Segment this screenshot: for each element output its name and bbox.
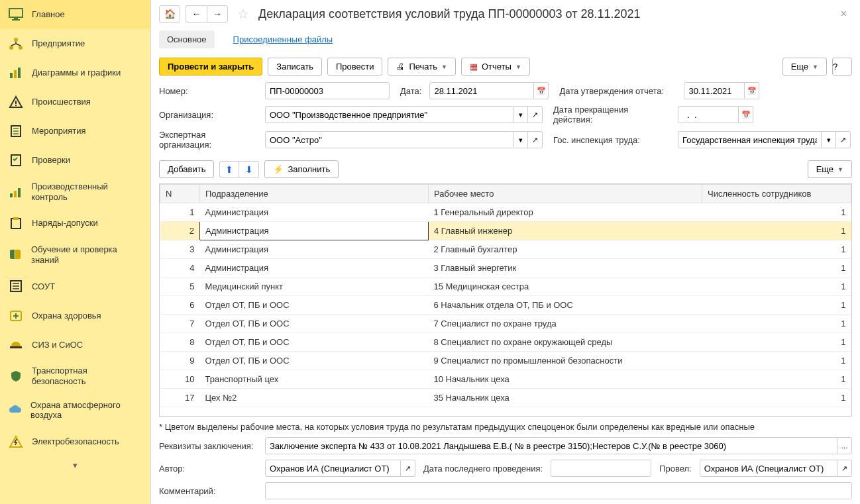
number-input[interactable] <box>265 82 390 99</box>
sidebar-item-training[interactable]: Обучение и проверка знаний <box>0 238 150 272</box>
req-input[interactable] <box>265 437 837 454</box>
sidebar-label: Транспортная безопасность <box>32 366 142 386</box>
calendar-button[interactable]: 📅 <box>534 82 549 99</box>
page-title: Декларация соответствия условий труда ПП… <box>258 7 830 21</box>
open-icon: ↗ <box>532 111 538 119</box>
document-icon <box>8 123 24 139</box>
sidebar-expand[interactable]: ▾ <box>0 456 150 474</box>
comment-input[interactable] <box>265 482 852 499</box>
sidebar-item-checks[interactable]: Проверки <box>0 146 150 175</box>
approve-input[interactable] <box>684 82 745 99</box>
sidebar-item-sout[interactable]: СОУТ <box>0 272 150 301</box>
print-button[interactable]: 🖨Печать▼ <box>388 58 456 76</box>
cell-dept: Отдел ОТ, ПБ и ООС <box>200 333 429 352</box>
svg-rect-16 <box>10 193 13 197</box>
sidebar-item-air[interactable]: Охрана атмосферного воздуха <box>0 393 150 427</box>
table-row[interactable]: 5 Медицинский пункт 15 Медицинская сестр… <box>160 277 851 296</box>
fill-button[interactable]: ⚡Заполнить <box>264 160 339 178</box>
col-place[interactable]: Рабочее место <box>429 185 702 203</box>
medical-icon <box>8 307 24 323</box>
sidebar-item-permits[interactable]: Наряды-допуски <box>0 209 150 238</box>
sidebar-label: Электробезопасность <box>32 436 119 447</box>
data-table: N Подразделение Рабочее место Численност… <box>160 184 851 407</box>
move-up-button[interactable]: ⬆ <box>219 161 239 178</box>
table-row[interactable]: 10 Транспортный цех 10 Начальник цеха 1 <box>160 370 851 389</box>
lastdate-input[interactable] <box>551 460 651 477</box>
sidebar-item-prodcontrol[interactable]: Производственный контроль <box>0 175 150 209</box>
ellipsis-button[interactable]: … <box>837 437 852 454</box>
action-bar: Провести и закрыть Записать Провести 🖨Пе… <box>151 51 860 82</box>
cell-count: 1 <box>702 222 851 240</box>
post-close-button[interactable]: Провести и закрыть <box>159 58 262 76</box>
report-icon: ▦ <box>470 62 478 72</box>
chevron-down-icon: ▾ <box>519 111 523 119</box>
cell-dept: Цех №2 <box>200 389 429 407</box>
forward-button[interactable]: → <box>207 5 228 23</box>
dropdown-button[interactable]: ▾ <box>513 131 528 148</box>
sidebar-item-electro[interactable]: Электробезопасность <box>0 427 150 456</box>
sidebar-item-enterprise[interactable]: Предприятие <box>0 29 150 58</box>
col-dept[interactable]: Подразделение <box>200 185 429 203</box>
dropdown-button[interactable]: ▾ <box>822 131 836 148</box>
cloud-icon <box>8 402 23 418</box>
table-row[interactable]: 2 Администрация 4 Главный инженер 1 <box>160 222 851 240</box>
more-button[interactable]: Еще▼ <box>782 58 827 76</box>
sidebar-item-main[interactable]: Главное <box>0 0 150 29</box>
sidebar-item-incidents[interactable]: Происшествия <box>0 87 150 117</box>
sidebar-item-siz[interactable]: СИЗ и СиОС <box>0 330 150 359</box>
stop-input[interactable] <box>678 106 739 123</box>
write-button[interactable]: Записать <box>268 58 322 76</box>
post-button[interactable]: Провести <box>327 58 383 76</box>
cell-n: 10 <box>160 370 200 389</box>
table-row[interactable]: 17 Цех №2 35 Начальник цеха 1 <box>160 389 851 407</box>
col-count[interactable]: Численность сотрудников <box>702 185 851 203</box>
cell-count: 1 <box>702 277 851 296</box>
author-input[interactable] <box>265 460 401 477</box>
reports-button[interactable]: ▦Отчеты▼ <box>461 58 530 76</box>
table-row[interactable]: 7 Отдел ОТ, ПБ и ООС 7 Специалист по охр… <box>160 315 851 333</box>
cell-place: 35 Начальник цеха <box>429 389 702 407</box>
calendar-button[interactable]: 📅 <box>739 106 753 123</box>
git-input[interactable] <box>678 131 822 148</box>
sidebar-item-transport[interactable]: Транспортная безопасность <box>0 359 150 393</box>
col-n[interactable]: N <box>160 185 200 203</box>
back-button[interactable]: ← <box>186 5 207 23</box>
sidebar-item-charts[interactable]: Диаграммы и графики <box>0 58 150 87</box>
date-input[interactable] <box>429 82 534 99</box>
star-icon[interactable]: ☆ <box>237 6 249 22</box>
printer-icon: 🖨 <box>396 62 405 72</box>
open-button[interactable]: ↗ <box>528 106 543 123</box>
home-button[interactable]: 🏠 <box>159 5 180 23</box>
open-button[interactable]: ↗ <box>836 131 851 148</box>
shield-icon <box>8 368 24 384</box>
sidebar-item-events[interactable]: Мероприятия <box>0 117 150 146</box>
bottom-form: Реквизиты заключения: … Автор: ↗ Дата по… <box>151 437 860 504</box>
open-button[interactable]: ↗ <box>837 460 852 477</box>
table-more-button[interactable]: Еще▼ <box>808 160 852 178</box>
sidebar: Главное Предприятие Диаграммы и графики … <box>0 0 151 504</box>
table-row[interactable]: 9 Отдел ОТ, ПБ и ООС 9 Специалист по про… <box>160 352 851 370</box>
org-input[interactable] <box>265 106 513 123</box>
table-row[interactable]: 3 Администрация 2 Главный бухгалтер 1 <box>160 240 851 259</box>
sidebar-item-health[interactable]: Охрана здоровья <box>0 301 150 330</box>
conducted-input[interactable] <box>700 460 837 477</box>
table-row[interactable]: 1 Администрация 1 Генеральный директор 1 <box>160 203 851 222</box>
close-button[interactable]: × <box>835 5 852 23</box>
add-button[interactable]: Добавить <box>159 160 214 178</box>
dropdown-button[interactable]: ▾ <box>513 106 528 123</box>
footnote: * Цветом выделены рабочие места, на кото… <box>151 417 860 437</box>
open-button[interactable]: ↗ <box>528 131 543 148</box>
expert-input[interactable] <box>265 131 513 148</box>
tab-files[interactable]: Присоединенные файлы <box>225 30 341 48</box>
svg-rect-6 <box>10 73 13 78</box>
calendar-button[interactable]: 📅 <box>745 82 759 99</box>
table-row[interactable]: 8 Отдел ОТ, ПБ и ООС 8 Специалист по охр… <box>160 333 851 352</box>
open-button[interactable]: ↗ <box>401 460 415 477</box>
move-down-button[interactable]: ⬇ <box>239 161 259 178</box>
chevron-down-icon: ▾ <box>519 136 523 144</box>
book-icon <box>8 247 23 263</box>
table-row[interactable]: 4 Администрация 3 Главный энергетик 1 <box>160 259 851 277</box>
help-button[interactable]: ? <box>832 58 852 76</box>
tab-main[interactable]: Основное <box>159 30 215 48</box>
table-row[interactable]: 6 Отдел ОТ, ПБ и ООС 6 Начальник отдела … <box>160 296 851 315</box>
